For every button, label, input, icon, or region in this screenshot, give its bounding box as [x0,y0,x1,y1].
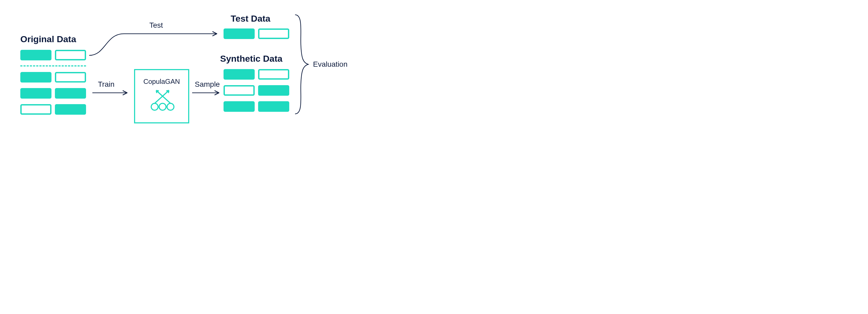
evaluation-brace [295,15,308,114]
heading-test-data: Test Data [231,14,271,24]
orig-cell-r3c0 [20,104,52,115]
orig-cell-r0c1 [55,50,86,60]
orig-cell-r3c1 [55,104,86,115]
synth-cell-r1c0 [223,85,255,96]
orig-cell-r0c0 [20,50,52,60]
arrow-test [89,34,216,56]
orig-cell-r1c1 [55,72,86,82]
synth-cell-r2c0 [223,101,255,112]
svg-point-2 [167,103,174,110]
diagram-stage: Original Data Test Data Synthetic Data T… [0,0,405,147]
test-cell-r0c1 [258,29,289,39]
test-cell-r0c0 [223,29,255,39]
orig-split-separator [20,65,86,66]
synth-cell-r2c1 [258,101,289,112]
model-name: CopulaGAN [135,77,188,86]
svg-point-1 [159,103,166,110]
model-box: CopulaGAN [134,69,189,124]
label-sample-arrow: Sample [195,81,220,88]
synth-cell-r0c1 [258,69,289,80]
heading-synthetic-data: Synthetic Data [220,54,282,64]
synth-cell-r0c0 [223,69,255,80]
orig-cell-r1c0 [20,72,52,82]
heading-original-data: Original Data [20,34,76,44]
synth-cell-r1c1 [258,85,289,96]
label-test-arrow: Test [149,22,163,29]
orig-cell-r2c1 [55,88,86,99]
orig-cell-r2c0 [20,88,52,99]
label-train-arrow: Train [98,81,115,88]
svg-point-0 [151,103,158,110]
model-icon [135,86,190,117]
label-evaluation: Evaluation [313,61,347,68]
